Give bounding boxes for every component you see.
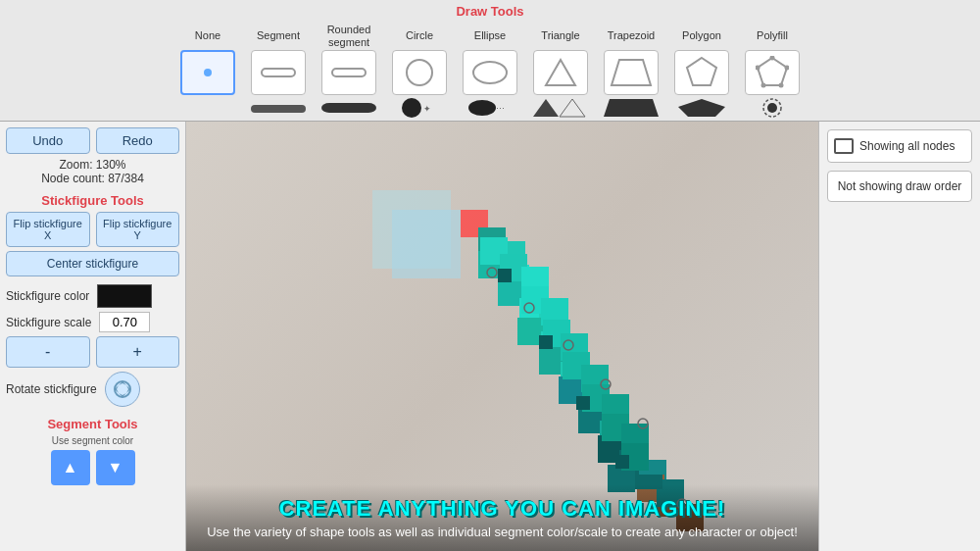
tool-rounded-box[interactable] (321, 50, 376, 95)
left-panel: Undo Redo Zoom: 130% Node count: 87/384 … (0, 122, 186, 551)
svg-marker-3 (758, 58, 787, 85)
tools-row: None Segment Rounded segment Circle (0, 23, 980, 95)
svg-marker-0 (546, 60, 575, 85)
bottom-overlay: CREATE ANYTHING YOU CAN IMAGINE! Use the… (186, 484, 818, 551)
node-icon (834, 138, 854, 154)
svg-marker-18 (678, 99, 725, 117)
flip-y-button[interactable]: Flip stickfigure Y (96, 212, 180, 247)
show-nodes-button[interactable]: Showing all nodes (827, 129, 972, 163)
right-panel: Showing all nodes Not showing draw order (818, 122, 980, 551)
svg-rect-27 (392, 210, 461, 278)
tool-polygon-label: Polygon (682, 23, 721, 50)
canvas-area[interactable]: CREATE ANYTHING YOU CAN IMAGINE! Use the… (186, 122, 818, 551)
tool-polyfill-label: Polyfill (757, 23, 788, 50)
draw-order-button[interactable]: Not showing draw order (827, 171, 972, 202)
tool-circle-label: Circle (406, 23, 433, 50)
rotate-button[interactable] (105, 372, 140, 407)
svg-rect-72 (498, 269, 512, 282)
tool-none-box[interactable] (180, 50, 235, 95)
plus-button[interactable]: + (96, 336, 180, 368)
tool-trapezoid-box[interactable] (604, 50, 659, 95)
tool-triangle-label: Triangle (541, 23, 579, 50)
triangle-icon (544, 56, 577, 89)
center-button[interactable]: Center stickfigure (6, 251, 179, 276)
tool-trapezoid[interactable]: Trapezoid (598, 23, 664, 95)
zoom-text: Zoom: 130% (6, 158, 179, 172)
segment-desc: Use segment color (6, 435, 179, 446)
tool-small-triangle (527, 97, 594, 119)
tool-polygon-box[interactable] (674, 50, 729, 95)
rotate-row: Rotate stickfigure (6, 372, 179, 407)
segment-tools-label: Segment Tools (6, 417, 179, 431)
rotate-icon (113, 379, 132, 399)
arrow-up-button[interactable]: ▲ (51, 450, 90, 485)
top-toolbar: Draw Tools None Segment Rounded segment … (0, 0, 980, 122)
svg-text:⋯: ⋯ (496, 104, 505, 114)
tool-small-segment (245, 97, 312, 119)
tool-trapezoid-label: Trapezoid (608, 23, 656, 50)
tool-circle-box[interactable] (392, 50, 447, 95)
tool-triangle-box[interactable] (533, 50, 588, 95)
tool-segment-label: Segment (257, 23, 300, 50)
svg-rect-74 (576, 396, 590, 410)
svg-point-7 (761, 83, 766, 88)
tool-rounded-label: Rounded segment (316, 23, 382, 50)
flip-x-button[interactable]: Flip stickfigure X (6, 212, 90, 247)
node-count: Node count: 87/384 (6, 172, 179, 185)
svg-rect-9 (251, 105, 306, 113)
tool-ellipse[interactable]: Ellipse (457, 23, 523, 95)
tool-polyfill-box[interactable] (745, 50, 800, 95)
svg-marker-1 (612, 60, 651, 85)
zoom-info: Zoom: 130% Node count: 87/384 (6, 158, 179, 185)
headline-text: CREATE ANYTHING YOU CAN IMAGINE! (206, 496, 799, 522)
minus-button[interactable]: - (6, 336, 90, 368)
svg-marker-17 (604, 99, 659, 117)
draw-tools-title: Draw Tools (0, 4, 980, 19)
tool-polyfill[interactable]: Polyfill (739, 23, 806, 95)
undo-button[interactable]: Undo (6, 127, 90, 154)
rotate-label: Rotate stickfigure (6, 382, 97, 396)
svg-point-13 (468, 100, 496, 116)
tool-triangle[interactable]: Triangle (527, 23, 594, 95)
tool-small-polygon (668, 97, 735, 119)
segment-icon (261, 68, 296, 77)
sub-text: Use the variety of shape tools as well a… (206, 525, 799, 539)
tool-none-label: None (195, 23, 220, 50)
tool-ellipse-box[interactable] (463, 50, 517, 95)
tool-circle[interactable]: Circle (386, 23, 453, 95)
svg-point-11 (402, 98, 421, 118)
color-swatch[interactable] (97, 284, 152, 308)
scale-input[interactable]: 0.70 (99, 312, 150, 332)
polyfill-icon (756, 56, 789, 89)
svg-rect-73 (539, 335, 553, 349)
svg-marker-16 (560, 99, 585, 117)
svg-point-6 (779, 83, 784, 88)
tool-none[interactable]: None (174, 23, 241, 95)
tool-small-ellipse: ⋯ (457, 97, 523, 119)
arrow-row: ▲ ▼ (6, 450, 179, 485)
scale-row: Stickfigure scale 0.70 (6, 312, 179, 332)
tool-segment[interactable]: Segment (245, 23, 312, 95)
tool-ellipse-label: Ellipse (474, 23, 506, 50)
svg-marker-2 (687, 58, 716, 85)
tool-small-trapezoid (598, 97, 664, 119)
stickfigure-tools-label: Stickfigure Tools (6, 193, 179, 208)
flip-row: Flip stickfigure X Flip stickfigure Y (6, 212, 179, 247)
none-icon (204, 69, 212, 76)
main-area: Undo Redo Zoom: 130% Node count: 87/384 … (0, 122, 980, 551)
color-row: Stickfigure color (6, 284, 179, 308)
tool-rounded[interactable]: Rounded segment (316, 23, 382, 95)
svg-point-20 (767, 103, 777, 113)
scale-label: Stickfigure scale (6, 316, 91, 329)
redo-button[interactable]: Redo (96, 127, 180, 154)
undo-redo-row: Undo Redo (6, 127, 179, 154)
arrow-down-button[interactable]: ▼ (96, 450, 135, 485)
tool-segment-box[interactable] (251, 50, 306, 95)
svg-text:✦: ✦ (423, 104, 431, 114)
svg-marker-15 (533, 99, 559, 117)
pm-row: - + (6, 336, 179, 368)
svg-rect-75 (615, 455, 629, 469)
circle-icon (406, 59, 433, 86)
svg-point-21 (115, 381, 130, 397)
tool-polygon[interactable]: Polygon (668, 23, 735, 95)
